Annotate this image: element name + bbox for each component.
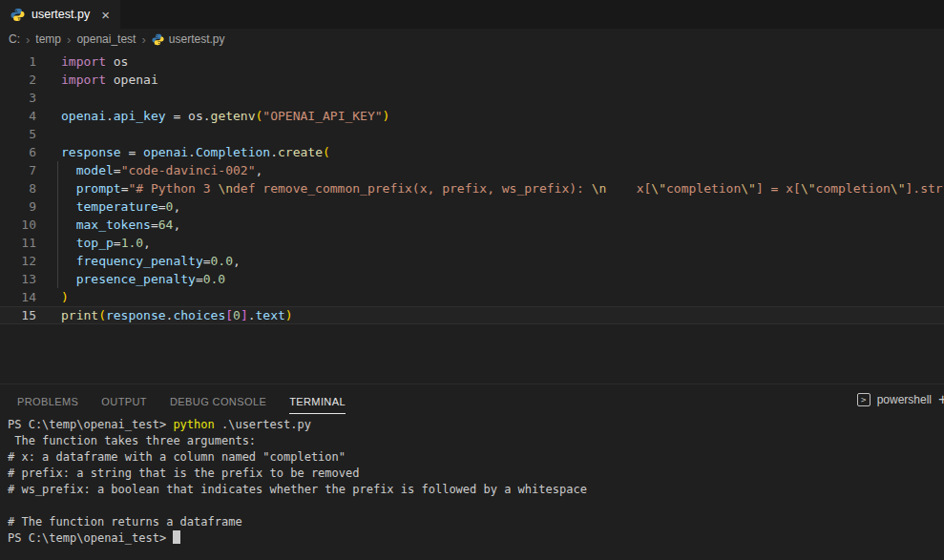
new-terminal-button[interactable]: + <box>938 391 944 408</box>
terminal-line: The function takes three arguments: <box>8 433 944 449</box>
breadcrumb-segment[interactable]: C: <box>9 32 20 46</box>
python-icon <box>10 8 25 22</box>
code-line[interactable]: 2import openai <box>0 71 944 89</box>
line-number: 14 <box>0 288 36 306</box>
breadcrumb-separator-icon: › <box>141 32 145 47</box>
code-line[interactable]: 8 prompt="# Python 3 \ndef remove_common… <box>0 179 944 197</box>
terminal-line <box>8 498 944 514</box>
code-editor[interactable]: 1import os2import openai34openai.api_key… <box>0 50 944 384</box>
code-text: top_p=1.0, <box>36 234 151 252</box>
terminal-line: # ws_prefix: a boolean that indicates wh… <box>8 482 944 498</box>
editor-tab-bar: usertest.py × <box>0 0 944 29</box>
terminal-line: # The function returns a dataframe <box>8 514 944 530</box>
code-text: ) <box>36 288 69 306</box>
code-text <box>36 125 61 143</box>
line-number: 6 <box>0 143 36 161</box>
code-text: import os <box>36 52 128 71</box>
panel-tab-output[interactable]: OUTPUT <box>101 388 147 414</box>
code-line[interactable]: 1import os <box>0 52 944 71</box>
breadcrumb: C:›temp›openai_test› usertest.py <box>0 29 944 50</box>
code-line[interactable]: 9 temperature=0, <box>0 197 944 216</box>
terminal-cursor <box>173 530 180 544</box>
line-number: 7 <box>0 161 36 179</box>
shell-label[interactable]: powershell <box>877 393 932 406</box>
code-text: print(response.choices[0].text) <box>36 307 293 323</box>
code-text: openai.api_key = os.getenv("OPENAI_API_K… <box>36 107 389 125</box>
code-line[interactable]: 15print(response.choices[0].text) <box>0 306 944 324</box>
indent-guide-icon <box>57 216 58 234</box>
line-number: 15 <box>0 307 36 323</box>
line-number: 3 <box>0 89 36 107</box>
code-text: frequency_penalty=0.0, <box>36 252 241 270</box>
code-text <box>36 89 61 107</box>
python-icon <box>152 33 164 46</box>
line-number: 12 <box>0 252 36 270</box>
terminal[interactable]: PS C:\temp\openai_test> python .\usertes… <box>0 414 944 547</box>
breadcrumb-file[interactable]: usertest.py <box>152 32 225 46</box>
line-number: 10 <box>0 216 36 234</box>
indent-guide-icon <box>57 234 58 252</box>
panel-tab-debug-console[interactable]: DEBUG CONSOLE <box>170 388 266 414</box>
code-line[interactable]: 4openai.api_key = os.getenv("OPENAI_API_… <box>0 107 944 125</box>
close-icon[interactable]: × <box>101 8 110 22</box>
panel-tab-problems[interactable]: PROBLEMS <box>17 388 78 414</box>
indent-guide-icon <box>57 252 58 270</box>
indent-guide-icon <box>57 161 58 179</box>
shell-picker: > powershell + <box>857 384 944 414</box>
code-line[interactable]: 11 top_p=1.0, <box>0 234 944 252</box>
line-number: 8 <box>0 179 36 197</box>
line-number: 9 <box>0 197 36 216</box>
code-line[interactable]: 10 max_tokens=64, <box>0 216 944 234</box>
code-line[interactable]: 5 <box>0 125 944 143</box>
code-line[interactable]: 7 model="code-davinci-002", <box>0 161 944 179</box>
breadcrumb-segment[interactable]: openai_test <box>76 32 136 46</box>
terminal-line: # prefix: a string that is the prefix to… <box>8 466 944 482</box>
breadcrumb-segments: C:›temp›openai_test› <box>9 32 146 47</box>
line-number: 11 <box>0 234 36 252</box>
code-lines: 1import os2import openai34openai.api_key… <box>0 52 944 324</box>
breadcrumb-separator-icon: › <box>26 32 30 47</box>
breadcrumb-filename: usertest.py <box>169 32 225 46</box>
bottom-panel: PROBLEMSOUTPUTDEBUG CONSOLETERMINAL > po… <box>0 384 944 560</box>
breadcrumb-segment[interactable]: temp <box>35 32 61 46</box>
panel-header: PROBLEMSOUTPUTDEBUG CONSOLETERMINAL > po… <box>0 384 944 414</box>
terminal-line: # x: a dataframe with a column named "co… <box>8 449 944 466</box>
line-number: 1 <box>0 52 36 71</box>
code-text: prompt="# Python 3 \ndef remove_common_p… <box>36 179 944 197</box>
code-line[interactable]: 6response = openai.Completion.create( <box>0 143 944 161</box>
code-text: import openai <box>36 71 158 89</box>
line-number: 4 <box>0 107 36 125</box>
breadcrumb-separator-icon: › <box>67 32 71 47</box>
indent-guide-icon <box>57 179 58 197</box>
code-line[interactable]: 3 <box>0 89 944 107</box>
line-number: 5 <box>0 125 36 143</box>
panel-tabs: PROBLEMSOUTPUTDEBUG CONSOLETERMINAL <box>17 388 346 414</box>
indent-guide-icon <box>57 197 58 216</box>
vscode-window: usertest.py × C:›temp›openai_test› usert… <box>0 0 944 560</box>
code-text: response = openai.Completion.create( <box>36 143 330 161</box>
indent-guide-icon <box>57 270 58 288</box>
line-number: 2 <box>0 71 36 89</box>
code-line[interactable]: 12 frequency_penalty=0.0, <box>0 252 944 270</box>
panel-tab-terminal[interactable]: TERMINAL <box>289 388 346 414</box>
tab-title: usertest.py <box>31 8 90 21</box>
code-line[interactable]: 13 presence_penalty=0.0 <box>0 270 944 288</box>
terminal-output: PS C:\temp\openai_test> python .\usertes… <box>8 417 944 547</box>
code-text: presence_penalty=0.0 <box>36 270 225 288</box>
terminal-icon: > <box>857 393 871 406</box>
tab-usertest-py[interactable]: usertest.py × <box>0 0 120 29</box>
line-number: 13 <box>0 270 36 288</box>
code-line[interactable]: 14) <box>0 288 944 306</box>
terminal-line: PS C:\temp\openai_test> python .\usertes… <box>8 417 944 433</box>
terminal-line: PS C:\temp\openai_test> <box>8 530 944 547</box>
code-text: model="code-davinci-002", <box>36 161 262 179</box>
